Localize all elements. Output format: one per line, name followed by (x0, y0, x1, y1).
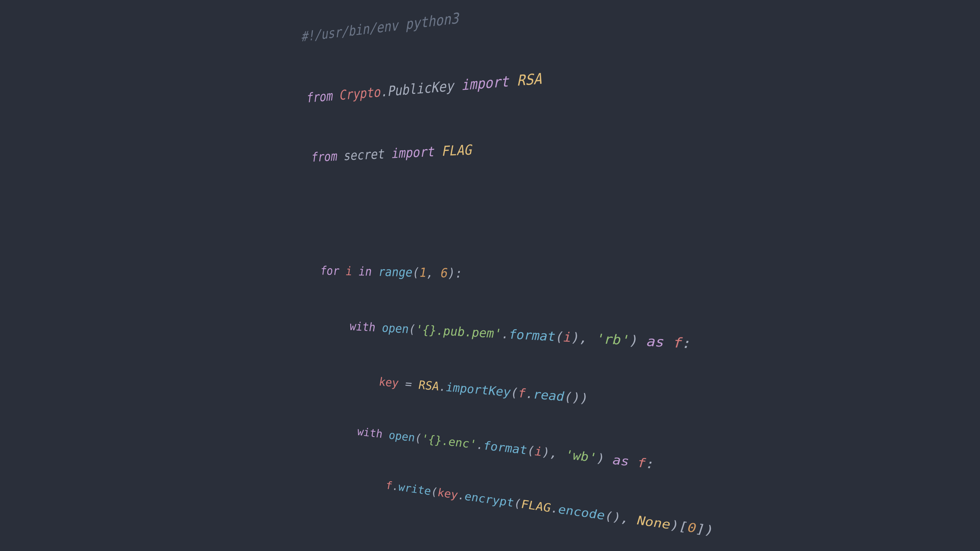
code-line-9: f.write(key.encrypt(FLAG.encode(), None)… (335, 470, 713, 541)
indent (328, 371, 379, 388)
keyword-for: for (319, 264, 345, 278)
comma: , (549, 446, 564, 462)
code-line-8: with open('{}.enc'.format(i), 'wb') as f… (331, 420, 714, 481)
keyword-from: from (305, 88, 339, 106)
func-encode: encode (557, 502, 604, 522)
identifier-flag: FLAG (441, 142, 472, 159)
comma: , (579, 330, 595, 346)
bracket: ] (695, 521, 704, 537)
constant-none: None (636, 513, 670, 532)
string: '{}.pub.pem' (414, 322, 501, 341)
paren: ( (407, 322, 415, 337)
module-crypto: Crypto (339, 84, 381, 103)
func-open: open (381, 321, 408, 336)
dot: . (391, 480, 398, 493)
colon: : (454, 266, 462, 281)
indent (336, 472, 385, 491)
paren: ) (703, 522, 713, 538)
func-format: format (482, 438, 527, 457)
keyword-import: import (383, 143, 442, 162)
func-encrypt: encrypt (463, 489, 513, 510)
dot: . (475, 438, 483, 452)
comma: , (425, 265, 440, 280)
comma: , (620, 511, 636, 527)
keyword-in: in (351, 264, 378, 279)
module-secret: secret (342, 146, 384, 163)
module-publickey: .PublicKey (380, 78, 454, 100)
paren: () (563, 389, 579, 405)
paren: ( (509, 385, 517, 400)
keyword-with: with (356, 425, 388, 441)
identifier-i: i (562, 329, 570, 345)
func-range: range (377, 265, 412, 279)
dot: . (438, 380, 445, 394)
dot: . (500, 327, 508, 341)
paren: ) (579, 391, 587, 406)
colon: : (645, 456, 653, 472)
func-read: read (532, 387, 563, 404)
code-line-6: with open('{}.pub.pem'.format(i), 'rb') … (323, 316, 718, 356)
dot: . (550, 501, 557, 516)
code-line-5: for i in range(1, 6): (319, 262, 720, 290)
identifier-f: f (385, 479, 392, 492)
string: 'wb' (564, 447, 596, 465)
identifier-key: key (378, 375, 398, 389)
string: '{}.enc' (420, 432, 476, 451)
code-line-2: from Crypto.PublicKey import RSA (305, 51, 726, 108)
operator: = (397, 376, 418, 391)
func-importkey: importKey (445, 380, 510, 399)
identifier-f: f (672, 335, 681, 351)
identifier-f: f (517, 386, 525, 400)
paren: ( (430, 485, 437, 499)
keyword-as: as (637, 333, 672, 351)
bracket: [ (678, 519, 687, 534)
colon: : (681, 335, 690, 351)
paren: ( (513, 496, 520, 510)
number: 6 (439, 265, 447, 280)
dot: . (457, 489, 464, 503)
paren: ) (595, 451, 604, 466)
paren: ) (628, 332, 637, 348)
dot: . (525, 386, 532, 401)
identifier-key: key (436, 486, 457, 502)
paren: ) (669, 518, 678, 533)
paren: ( (554, 329, 563, 345)
shebang-comment: #!/usr/bin/env python3 (301, 10, 459, 44)
func-open: open (388, 428, 414, 444)
keyword-with: with (348, 319, 382, 335)
paren: ( (414, 431, 421, 445)
identifier-i: i (533, 444, 541, 459)
code-line-7: key = RSA.importKey(f.read()) (328, 369, 716, 420)
identifier-flag: FLAG (520, 497, 550, 515)
paren: ) (570, 330, 579, 345)
code-block: #!/usr/bin/env python3 from Crypto.Publi… (297, 0, 730, 551)
keyword-as: as (604, 451, 636, 470)
number: 0 (686, 520, 695, 535)
func-format: format (508, 327, 555, 344)
paren: () (604, 509, 620, 525)
identifier-f: f (636, 455, 645, 471)
number: 1 (418, 265, 426, 280)
paren: ) (447, 266, 455, 281)
paren: ( (411, 265, 419, 279)
paren: ) (541, 445, 549, 459)
paren: ( (526, 443, 534, 458)
class-rsa: RSA (417, 378, 438, 393)
string: 'rb' (595, 331, 628, 348)
func-write: write (397, 480, 430, 497)
keyword-import: import (453, 72, 517, 94)
code-line-1: #!/usr/bin/env python3 (300, 0, 729, 47)
code-line-3: from secret import FLAG (310, 126, 724, 167)
code-line-4 (314, 198, 722, 224)
identifier-i: i (344, 264, 352, 278)
keyword-from: from (310, 148, 344, 165)
class-rsa: RSA (517, 70, 542, 89)
indent (323, 318, 349, 333)
indent (332, 422, 357, 437)
